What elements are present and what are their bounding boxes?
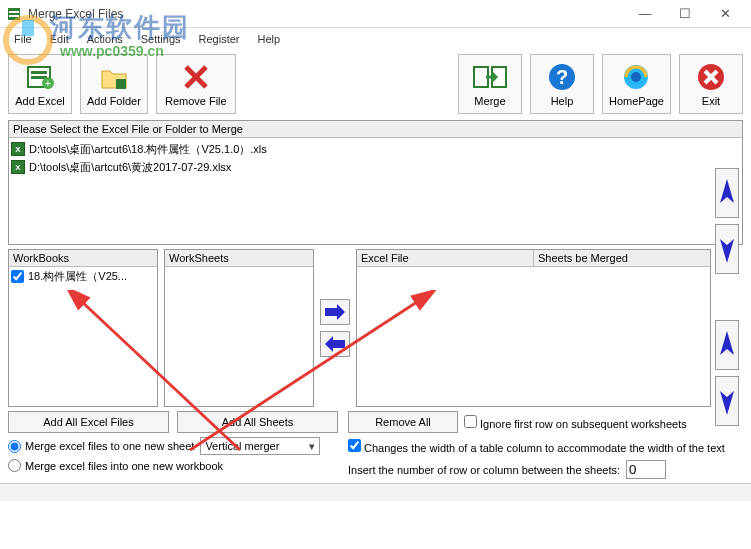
exit-button[interactable]: Exit	[679, 54, 743, 114]
folder-icon	[98, 61, 130, 93]
svg-rect-2	[9, 15, 19, 17]
menu-edit[interactable]: Edit	[42, 31, 77, 47]
file-row[interactable]: XD:\tools\桌面\artcut6\黄波2017-07-29.xlsx	[11, 158, 740, 176]
help-label: Help	[551, 95, 574, 107]
title-bar: Merge Excel Files — ☐ ✕	[0, 0, 751, 28]
minimize-button[interactable]: —	[625, 3, 665, 25]
add-folder-button[interactable]: Add Folder	[80, 54, 148, 114]
add-sheet-button[interactable]	[320, 299, 350, 325]
merge-label: Merge	[474, 95, 505, 107]
window-title: Merge Excel Files	[28, 7, 625, 21]
file-reorder-arrows	[715, 168, 739, 274]
menu-help[interactable]: Help	[250, 31, 289, 47]
menu-file[interactable]: File	[6, 31, 40, 47]
sheet-reorder-arrows	[715, 320, 739, 426]
svg-rect-1	[9, 11, 19, 13]
file-path: D:\tools\桌面\artcut6\黄波2017-07-29.xlsx	[29, 160, 231, 175]
ie-icon	[620, 61, 652, 93]
workbook-label: 18.构件属性（V25...	[28, 269, 127, 284]
add-folder-label: Add Folder	[87, 95, 141, 107]
workbooks-list[interactable]: 18.构件属性（V25...	[9, 267, 157, 406]
add-excel-button[interactable]: + Add Excel	[8, 54, 72, 114]
svg-rect-11	[474, 67, 488, 87]
workbooks-header: WorkBooks	[9, 250, 157, 267]
workbooks-panel: WorkBooks 18.构件属性（V25...	[8, 249, 158, 407]
xls-icon: X	[11, 160, 25, 174]
insert-number-label: Insert the number of row or column betwe…	[348, 464, 620, 476]
merge-button[interactable]: Merge	[458, 54, 522, 114]
worksheets-header: WorkSheets	[165, 250, 313, 267]
menu-settings[interactable]: Settings	[133, 31, 189, 47]
merger-type-select[interactable]: Vertical merger	[200, 437, 320, 455]
app-icon	[6, 6, 22, 22]
file-list[interactable]: XD:\tools\桌面\artcut6\18.构件属性（V25.1.0）.xl…	[9, 138, 742, 244]
remove-file-label: Remove File	[165, 95, 227, 107]
workbook-item[interactable]: 18.构件属性（V25...	[9, 267, 157, 286]
bottom-section: Add All Excel Files Add All Sheets Merge…	[8, 411, 743, 479]
worksheets-panel: WorkSheets	[164, 249, 314, 407]
change-width-checkbox[interactable]: Changes the width of a table column to a…	[348, 439, 725, 454]
workbook-checkbox[interactable]	[11, 270, 24, 283]
maximize-button[interactable]: ☐	[665, 3, 705, 25]
merge-icon	[472, 61, 508, 93]
remove-file-button[interactable]: Remove File	[156, 54, 236, 114]
svg-rect-8	[116, 79, 126, 89]
help-icon: ?	[546, 61, 578, 93]
menu-bar: File Edit Actions Settings Register Help	[0, 28, 751, 50]
radio-one-workbook[interactable]: Merge excel files into one new workbook	[8, 459, 223, 472]
add-all-excel-button[interactable]: Add All Excel Files	[8, 411, 169, 433]
sheet-move-down-button[interactable]	[715, 376, 739, 426]
insert-number-input[interactable]	[626, 460, 666, 479]
file-list-header: Please Select the Excel File or Folder t…	[9, 121, 742, 138]
merge-target-list[interactable]	[357, 267, 710, 406]
svg-text:?: ?	[556, 66, 568, 88]
sheet-move-up-button[interactable]	[715, 320, 739, 370]
worksheets-list[interactable]	[165, 267, 313, 406]
file-list-panel: Please Select the Excel File or Folder t…	[8, 120, 743, 245]
transfer-buttons	[320, 249, 350, 407]
move-up-button[interactable]	[715, 168, 739, 218]
file-path: D:\tools\桌面\artcut6\18.构件属性（V25.1.0）.xls	[29, 142, 267, 157]
close-button[interactable]: ✕	[705, 3, 745, 25]
exit-label: Exit	[702, 95, 720, 107]
svg-point-16	[631, 72, 641, 82]
radio-one-sheet[interactable]: Merge excel files to one new sheet	[8, 440, 194, 453]
svg-rect-4	[31, 71, 47, 74]
homepage-button[interactable]: HomePage	[602, 54, 671, 114]
remove-all-button[interactable]: Remove All	[348, 411, 458, 433]
excel-file-header: Excel File	[357, 250, 534, 267]
add-all-sheets-button[interactable]: Add All Sheets	[177, 411, 338, 433]
excel-add-icon: +	[24, 61, 56, 93]
exit-icon	[695, 61, 727, 93]
ignore-first-row-checkbox[interactable]: Ignore first row on subsequent worksheet…	[464, 415, 687, 430]
xls-icon: X	[11, 142, 25, 156]
merge-target-panel: Excel File Sheets be Merged	[356, 249, 711, 407]
homepage-label: HomePage	[609, 95, 664, 107]
menu-actions[interactable]: Actions	[79, 31, 131, 47]
toolbar: + Add Excel Add Folder Remove File Merge…	[0, 50, 751, 118]
remove-sheet-button[interactable]	[320, 331, 350, 357]
svg-text:+: +	[45, 78, 51, 89]
status-bar	[0, 483, 751, 501]
help-button[interactable]: ? Help	[530, 54, 594, 114]
file-row[interactable]: XD:\tools\桌面\artcut6\18.构件属性（V25.1.0）.xl…	[11, 140, 740, 158]
sheets-merged-header: Sheets be Merged	[534, 250, 710, 267]
mid-section: WorkBooks 18.构件属性（V25... WorkSheets Exce…	[8, 249, 711, 407]
x-icon	[180, 61, 212, 93]
add-excel-label: Add Excel	[15, 95, 65, 107]
menu-register[interactable]: Register	[191, 31, 248, 47]
svg-rect-0	[8, 8, 20, 20]
move-down-button[interactable]	[715, 224, 739, 274]
